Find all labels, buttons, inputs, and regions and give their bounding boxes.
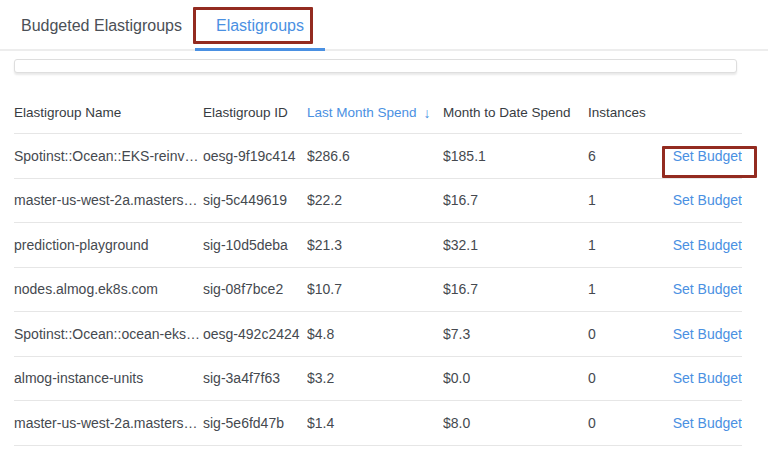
cell-instances: 0 <box>588 370 672 386</box>
cell-last-month-spend: $21.3 <box>307 237 443 253</box>
table-row: Spotinst::Ocean::EKS-reinv… oesg-9f19c41… <box>14 134 742 179</box>
set-budget-link[interactable]: Set Budget <box>673 326 742 342</box>
cell-month-to-date-spend: $8.0 <box>443 415 588 431</box>
cell-month-to-date-spend: $185.1 <box>443 148 588 164</box>
cell-id: sig-5e6fd47b <box>203 415 307 431</box>
cell-instances: 0 <box>588 415 672 431</box>
cell-month-to-date-spend: $0.0 <box>443 370 588 386</box>
cell-last-month-spend: $286.6 <box>307 148 443 164</box>
cell-month-to-date-spend: $16.7 <box>443 192 588 208</box>
cell-name: prediction-playground <box>14 237 203 253</box>
elastigroups-table: Elastigroup Name Elastigroup ID Last Mon… <box>14 92 742 446</box>
collapsed-filter-panel <box>14 59 737 73</box>
cell-last-month-spend: $4.8 <box>307 326 443 342</box>
cell-id: sig-3a4f7f63 <box>203 370 307 386</box>
cell-month-to-date-spend: $32.1 <box>443 237 588 253</box>
table-row: prediction-playground sig-10d5deba $21.3… <box>14 223 742 268</box>
table-row: nodes.almog.ek8s.com sig-08f7bce2 $10.7 … <box>14 268 742 313</box>
cell-last-month-spend: $10.7 <box>307 281 443 297</box>
cell-id: sig-10d5deba <box>203 237 307 253</box>
cell-id: sig-08f7bce2 <box>203 281 307 297</box>
column-header-elastigroup-name[interactable]: Elastigroup Name <box>14 105 203 120</box>
tab-bar: Budgeted Elastigroups Elastigroups <box>0 0 768 51</box>
table-row: master-us-west-2a.masters… sig-5e6fd47b … <box>14 401 742 446</box>
cell-name: almog-instance-units <box>14 370 203 386</box>
set-budget-link[interactable]: Set Budget <box>673 148 742 164</box>
cell-id: oesg-9f19c414 <box>203 148 307 164</box>
cell-name: Spotinst::Ocean::EKS-reinv… <box>14 148 203 164</box>
tab-budgeted-elastigroups[interactable]: Budgeted Elastigroups <box>21 0 182 51</box>
cell-name: nodes.almog.ek8s.com <box>14 281 203 297</box>
set-budget-link[interactable]: Set Budget <box>673 192 742 208</box>
table-row: Spotinst::Ocean::ocean-eks… oesg-492c242… <box>14 312 742 357</box>
set-budget-link[interactable]: Set Budget <box>673 370 742 386</box>
cell-name: master-us-west-2a.masters… <box>14 415 203 431</box>
cell-name: Spotinst::Ocean::ocean-eks… <box>14 326 203 342</box>
cell-instances: 1 <box>588 192 672 208</box>
cell-name: master-us-west-2a.masters… <box>14 192 203 208</box>
table-row: almog-instance-units sig-3a4f7f63 $3.2 $… <box>14 357 742 402</box>
column-header-instances[interactable]: Instances <box>588 105 672 120</box>
cell-last-month-spend: $1.4 <box>307 415 443 431</box>
set-budget-link[interactable]: Set Budget <box>673 237 742 253</box>
cell-last-month-spend: $3.2 <box>307 370 443 386</box>
cell-instances: 1 <box>588 237 672 253</box>
table-row: master-us-west-2a.masters… sig-5c449619 … <box>14 179 742 224</box>
set-budget-link[interactable]: Set Budget <box>673 415 742 431</box>
tab-elastigroups[interactable]: Elastigroups <box>195 0 325 51</box>
column-header-last-month-spend[interactable]: Last Month Spend ↓ <box>307 105 443 121</box>
cell-instances: 0 <box>588 326 672 342</box>
cell-id: oesg-492c2424 <box>203 326 307 342</box>
cell-last-month-spend: $22.2 <box>307 192 443 208</box>
cell-month-to-date-spend: $7.3 <box>443 326 588 342</box>
cell-instances: 1 <box>588 281 672 297</box>
set-budget-link[interactable]: Set Budget <box>673 281 742 297</box>
table-header-row: Elastigroup Name Elastigroup ID Last Mon… <box>14 92 742 134</box>
column-header-label: Last Month Spend <box>307 105 417 120</box>
sort-descending-icon: ↓ <box>424 105 431 121</box>
cell-month-to-date-spend: $16.7 <box>443 281 588 297</box>
column-header-elastigroup-id[interactable]: Elastigroup ID <box>203 105 307 120</box>
active-tab-indicator <box>195 48 325 51</box>
cell-instances: 6 <box>588 148 672 164</box>
column-header-month-to-date-spend[interactable]: Month to Date Spend <box>443 105 588 120</box>
budgets-page: Budgeted Elastigroups Elastigroups Elast… <box>0 0 768 457</box>
cell-id: sig-5c449619 <box>203 192 307 208</box>
